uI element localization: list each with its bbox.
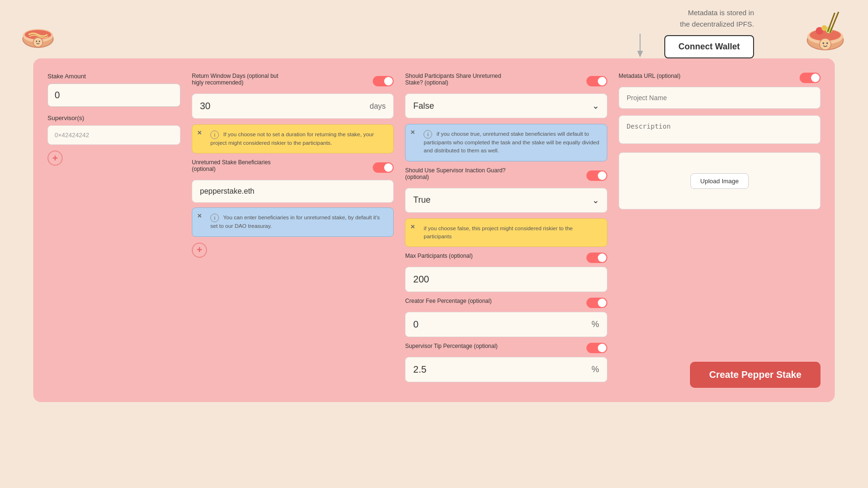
return-window-warning: ✕ i If you choose not to set a duration … — [192, 124, 394, 153]
project-name-input[interactable] — [619, 87, 821, 109]
supervisor-inaction-dropdown[interactable]: True ⌄ — [405, 188, 607, 213]
stake-amount-input[interactable] — [48, 84, 180, 106]
creator-fee-label: Creator Fee Percentage (optional) — [405, 298, 491, 304]
svg-point-4 — [36, 41, 38, 42]
svg-point-3 — [33, 38, 43, 47]
info-icon2: i — [210, 214, 219, 222]
logo-right — [802, 8, 849, 57]
chevron-down-icon2: ⌄ — [592, 195, 599, 206]
creator-fee-toggle[interactable] — [586, 298, 607, 308]
col-stake-supervisors: Stake Amount ETH ▾ Supervisor(s) + — [47, 73, 180, 388]
ipfs-note: Metadata is stored in the decentralized … — [680, 7, 754, 30]
main-card: Stake Amount ETH ▾ Supervisor(s) + Retur… — [33, 58, 835, 402]
unreturned-beneficiaries-toggle[interactable] — [373, 162, 394, 173]
beneficiary-input[interactable] — [192, 180, 393, 202]
days-label: days — [362, 95, 394, 117]
return-window-input[interactable] — [192, 94, 362, 118]
unreturned-label: Unreturned Stake Beneficiaries (optional… — [192, 159, 287, 172]
arrow-down-icon — [635, 34, 645, 57]
share-unreturned-value: False — [413, 101, 434, 111]
supervisor-tip-input[interactable] — [406, 357, 584, 382]
svg-point-18 — [826, 42, 828, 44]
svg-point-16 — [820, 38, 831, 50]
col-metadata: Metadata URL (optional) Upload Image — [619, 73, 821, 388]
supervisor-tip-percent: % — [584, 358, 607, 381]
upload-image-button[interactable]: Upload Image — [690, 173, 749, 189]
max-participants-input[interactable] — [406, 267, 606, 291]
stake-amount-label: Stake Amount — [47, 73, 180, 80]
info-icon: i — [210, 131, 219, 139]
svg-point-17 — [822, 42, 824, 44]
creator-fee-input[interactable] — [406, 312, 584, 337]
stake-amount-field: ETH ▾ — [47, 84, 180, 107]
supervisors-label: Supervisor(s) — [47, 114, 180, 122]
col-return-window: Return Window Days (optional but higly r… — [192, 73, 394, 388]
return-window-toggle[interactable] — [373, 76, 394, 86]
supervisor-inaction-toggle[interactable] — [586, 170, 607, 181]
creator-fee-percent: % — [584, 313, 607, 336]
share-unreturned-dropdown[interactable]: False ⌄ — [405, 94, 607, 118]
description-input[interactable] — [619, 115, 821, 144]
header: Metadata is stored in the decentralized … — [0, 0, 868, 58]
supervisor-inaction-label: Should Use Supervisor Inaction Guard? (o… — [405, 167, 509, 180]
connect-wallet-button[interactable]: Connect Wallet — [664, 35, 754, 58]
metadata-toggle[interactable] — [800, 73, 821, 83]
share-unreturned-label: Should Participants Share Unreturned Sta… — [405, 73, 509, 86]
add-beneficiary-button[interactable]: + — [192, 243, 207, 258]
col-options: Should Participants Share Unreturned Sta… — [405, 73, 607, 388]
share-unreturned-toggle[interactable] — [586, 76, 607, 86]
beneficiary-warning: ✕ i You can enter beneficiaries in for u… — [192, 207, 394, 236]
create-pepper-stake-button[interactable]: Create Pepper Stake — [690, 362, 821, 388]
supervisor-tip-label: Supervisor Tip Percentage (optional) — [405, 343, 498, 349]
svg-marker-7 — [637, 51, 643, 57]
share-unreturned-info: ✕ i if you choose true, unreturned stake… — [405, 124, 607, 161]
add-supervisor-button[interactable]: + — [47, 150, 63, 166]
supervisor-input[interactable] — [47, 125, 180, 145]
supervisor-inaction-value: True — [413, 195, 430, 205]
logo-left — [19, 13, 57, 53]
image-upload-area: Upload Image — [619, 152, 821, 209]
supervisor-tip-toggle[interactable] — [586, 343, 607, 353]
svg-point-13 — [821, 25, 827, 31]
chevron-down-icon: ⌄ — [592, 101, 599, 111]
svg-point-5 — [39, 41, 40, 42]
metadata-url-label: Metadata URL (optional) — [619, 73, 680, 79]
max-participants-toggle[interactable] — [586, 253, 607, 263]
return-window-label: Return Window Days (optional but higly r… — [192, 73, 287, 86]
info-icon3: i — [424, 130, 432, 139]
supervisor-inaction-warning: ✕ if you choose false, this project migh… — [405, 218, 607, 247]
max-participants-label: Max Participants (optional) — [405, 253, 472, 259]
